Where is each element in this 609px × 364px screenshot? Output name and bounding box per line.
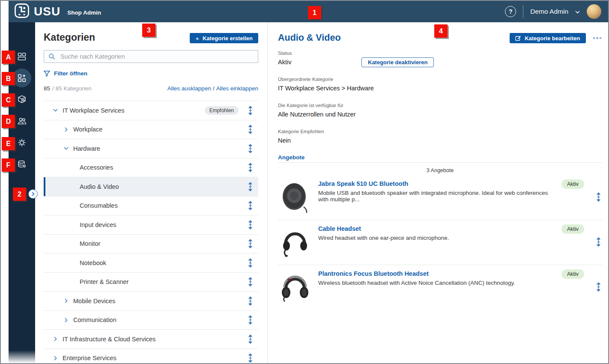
- parent-category-value: IT Workplace Services > Hardware: [278, 85, 374, 92]
- tree-item-printer-scanner[interactable]: Printer & Scanner: [44, 272, 258, 292]
- drag-handle-icon[interactable]: [248, 125, 253, 134]
- status-value: Aktiv: [278, 59, 291, 66]
- drag-handle-icon[interactable]: [248, 182, 253, 191]
- tree-item-notebook[interactable]: Notebook: [44, 253, 258, 272]
- edit-category-button[interactable]: Kategorie bearbeiten: [510, 33, 585, 43]
- annotation-badge-4: 4: [434, 24, 448, 38]
- tab-offers[interactable]: Angebote: [278, 153, 602, 163]
- tree-item-audio-video[interactable]: Audio & Video: [44, 177, 258, 196]
- drag-handle-icon[interactable]: [248, 144, 253, 153]
- offer-title-link[interactable]: Cable Headset: [318, 225, 449, 232]
- category-detail-panel: Audio & Video Kategorie bearbeiten Statu…: [268, 22, 608, 363]
- annotation-badge-e: E: [2, 137, 15, 150]
- chevron-down-icon[interactable]: [575, 8, 580, 15]
- category-search[interactable]: [44, 50, 258, 63]
- chevron-right-icon: [32, 192, 35, 196]
- offer-row: Cable Headset Wired headset with one ear…: [278, 220, 602, 265]
- detail-title: Audio & Video: [278, 33, 341, 43]
- offer-title-link[interactable]: Plantronics Focus Bluetooth Headset: [318, 270, 515, 277]
- create-category-button[interactable]: + Kategorie erstellen: [190, 33, 258, 43]
- tree-item-hardware[interactable]: Hardware: [44, 139, 258, 158]
- brand-name: USU: [34, 5, 60, 18]
- drag-handle-icon[interactable]: [248, 315, 253, 325]
- users-icon: [17, 116, 27, 125]
- expand-all-link[interactable]: Alles ausklappen: [167, 85, 211, 92]
- annotation-badge-f: F: [2, 158, 15, 172]
- deactivate-category-button[interactable]: Kategorie deaktivieren: [361, 57, 434, 67]
- tree-item-monitor[interactable]: Monitor: [44, 234, 258, 254]
- collapse-all-link[interactable]: Alles einklappen: [216, 85, 258, 92]
- brand[interactable]: USU Shop Admin: [15, 3, 101, 20]
- category-count-total: / 85 Kategorien: [52, 85, 92, 92]
- availability-label: Die Kategorie ist verfügbar für: [278, 103, 343, 108]
- shop-admin-window: USU Shop Admin ? Demo Admin: [0, 0, 609, 364]
- drag-handle-icon[interactable]: [248, 277, 253, 286]
- availability-value: Alle Nutzerrollen und Nutzer: [278, 111, 355, 118]
- offers-count: 3 Angebote: [278, 167, 602, 173]
- tree-item-input-devices[interactable]: Input devices: [44, 215, 258, 234]
- drag-handle-icon[interactable]: [248, 258, 253, 268]
- tree-item-it-workplace-services[interactable]: IT Workplace Services Empfohlen: [44, 101, 258, 120]
- chevron-right-icon[interactable]: [52, 356, 58, 361]
- tree-item-mobile-devices[interactable]: Mobile Devices: [44, 291, 258, 310]
- chevron-right-icon[interactable]: [63, 298, 69, 303]
- recommended-label: Kategorie Empfohlen: [278, 129, 324, 134]
- tree-item-enterprise-services[interactable]: Enterprise Services: [44, 349, 258, 364]
- tree-item-workplace[interactable]: Workplace: [44, 120, 258, 139]
- sidebar-expand-button[interactable]: [28, 189, 38, 199]
- offer-row: Jabra Speak 510 UC Bluetooth Mobile USB …: [278, 175, 602, 220]
- annotation-badge-b: B: [2, 72, 15, 85]
- app-name: Shop Admin: [67, 9, 101, 16]
- tree-item-it-infrastructure[interactable]: IT Infrastructure & Cloud Services: [44, 329, 258, 349]
- tree-item-communication[interactable]: Communication: [44, 310, 258, 330]
- dashboard-icon: [17, 52, 27, 61]
- drag-handle-icon[interactable]: [248, 106, 253, 115]
- data-management-icon: [17, 160, 27, 169]
- help-icon[interactable]: ?: [505, 6, 516, 17]
- chevron-right-icon[interactable]: [63, 318, 69, 322]
- chevron-right-icon[interactable]: [52, 337, 58, 341]
- drag-handle-icon[interactable]: [248, 353, 253, 363]
- usu-logo-icon: [15, 3, 29, 20]
- drag-handle-icon[interactable]: [596, 237, 601, 247]
- annotation-badge-3: 3: [142, 24, 155, 37]
- offer-title-link[interactable]: Jabra Speak 510 UC Bluetooth: [318, 180, 551, 187]
- drag-handle-icon[interactable]: [248, 334, 253, 344]
- search-icon: [48, 53, 55, 60]
- offer-description: Mobile USB and bluetooth speaker with in…: [318, 190, 551, 203]
- annotation-badge-2: 2: [13, 188, 26, 201]
- tree-item-accessories[interactable]: Accessories: [44, 158, 258, 177]
- drag-handle-icon[interactable]: [248, 163, 253, 172]
- topbar-divider: [523, 5, 523, 18]
- annotation-badge-c: C: [2, 93, 15, 107]
- annotation-badge-d: D: [2, 115, 15, 128]
- offer-description: Wireless bluetooth headset with Active N…: [318, 280, 515, 286]
- annotation-badge-a: A: [2, 51, 15, 64]
- tree-item-consumables[interactable]: Consumables: [44, 196, 258, 215]
- drag-handle-icon[interactable]: [248, 201, 253, 210]
- chevron-right-icon[interactable]: [63, 127, 69, 132]
- categories-icon: [17, 73, 27, 83]
- search-input[interactable]: [60, 53, 254, 60]
- product-image-wired-headset: [278, 225, 312, 260]
- drag-handle-icon[interactable]: [248, 296, 253, 306]
- package-icon: [17, 95, 27, 104]
- recommended-value: Nein: [278, 137, 291, 144]
- avatar[interactable]: [587, 4, 601, 19]
- filter-icon: [44, 71, 50, 77]
- open-filter-button[interactable]: Filter öffnen: [44, 70, 87, 77]
- drag-handle-icon[interactable]: [248, 239, 253, 248]
- drag-handle-icon[interactable]: [596, 192, 601, 202]
- status-badge: Aktiv: [561, 224, 584, 234]
- status-badge: Aktiv: [561, 269, 584, 279]
- chevron-down-icon[interactable]: [63, 147, 69, 150]
- category-count: 85: [44, 85, 50, 92]
- user-menu-label[interactable]: Demo Admin: [530, 8, 568, 15]
- drag-handle-icon[interactable]: [248, 220, 253, 230]
- more-actions-icon[interactable]: [592, 36, 603, 41]
- chevron-down-icon[interactable]: [52, 109, 58, 112]
- categories-panel: Kategorien + Kategorie erstellen Filter …: [35, 22, 267, 363]
- page-title: Kategorien: [44, 32, 95, 43]
- drag-handle-icon[interactable]: [596, 282, 601, 292]
- edit-icon: [515, 35, 521, 41]
